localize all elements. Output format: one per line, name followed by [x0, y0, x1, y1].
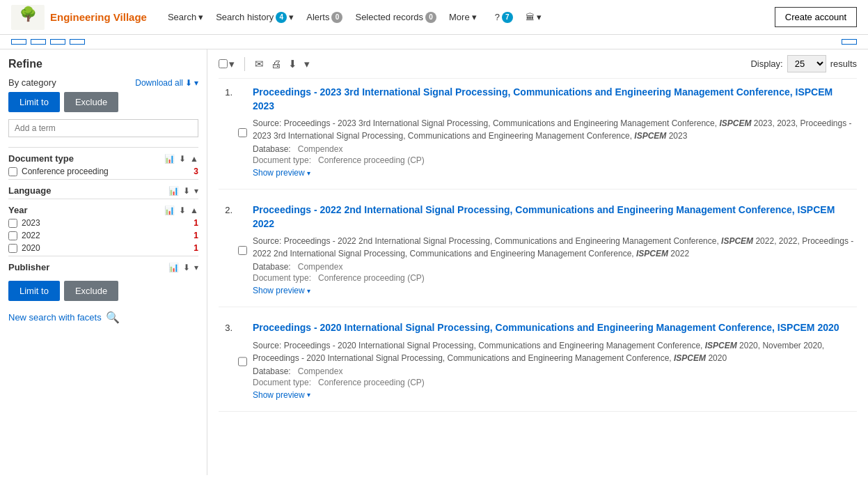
- show-preview-1[interactable]: Show preview ▾: [253, 168, 857, 178]
- display-control: Display: 25 50 100 results: [750, 55, 857, 72]
- facet-checkbox-conference[interactable]: [8, 167, 17, 176]
- facet-document-type-header[interactable]: Document type 📊 ⬇ ▲: [8, 153, 198, 164]
- facet-checkbox-2022[interactable]: [8, 231, 17, 240]
- select-all-area: ▾: [219, 58, 235, 70]
- result-number-1: 1.: [219, 87, 232, 178]
- result-title-3[interactable]: Proceedings - 2020 International Signal …: [253, 321, 857, 335]
- download-icon-doctype[interactable]: ⬇: [179, 154, 186, 164]
- result-content-3: Proceedings - 2020 International Signal …: [253, 321, 857, 400]
- facet-language-header[interactable]: Language 📊 ⬇ ▾: [8, 185, 198, 196]
- exclude-button-top[interactable]: Exclude: [64, 92, 118, 112]
- facet-language-icons: 📊 ⬇ ▾: [168, 186, 198, 196]
- nav-more[interactable]: More ▾: [449, 12, 477, 22]
- result-checkbox-2[interactable]: [238, 206, 247, 295]
- download-icon-pub[interactable]: ⬇: [183, 263, 190, 272]
- bar-chart-icon[interactable]: 📊: [164, 154, 175, 164]
- filter-tag-4[interactable]: [70, 39, 85, 45]
- facet-document-type-label: Document type: [8, 153, 74, 164]
- filter-tag-3[interactable]: [50, 39, 65, 45]
- display-label: Display:: [750, 59, 782, 69]
- result-database-3: Database: Compendex: [253, 366, 857, 376]
- facet-label-conference: Conference proceeding: [22, 167, 189, 176]
- facet-year-header[interactable]: Year 📊 ⬇ ▲: [8, 205, 198, 215]
- filter-tag-2[interactable]: [31, 39, 46, 45]
- collapse-icon-pub[interactable]: ▾: [194, 263, 198, 272]
- filter-tag-right[interactable]: [842, 39, 857, 45]
- header: 🌳 Engineering Village Search ▾ Search hi…: [0, 0, 868, 35]
- chevron-down-icon-preview1: ▾: [307, 169, 310, 177]
- nav-help[interactable]: ? 7: [495, 12, 513, 23]
- download-icon-year[interactable]: ⬇: [179, 206, 186, 215]
- show-preview-2[interactable]: Show preview ▾: [253, 286, 857, 295]
- email-icon[interactable]: ✉: [255, 58, 264, 70]
- chevron-down-icon-select[interactable]: ▾: [229, 58, 235, 70]
- collapse-icon-doctype[interactable]: ▲: [190, 154, 198, 164]
- show-preview-3[interactable]: Show preview ▾: [253, 390, 857, 400]
- facet-publisher-label: Publisher: [8, 262, 49, 272]
- results-label: results: [830, 59, 857, 69]
- result-checkbox-3[interactable]: [238, 323, 247, 400]
- facet-publisher: Publisher 📊 ⬇ ▾: [8, 256, 198, 272]
- facet-label-2023: 2023: [22, 218, 189, 228]
- result-doctype-1: Document type: Conference proceeding (CP…: [253, 155, 857, 165]
- download-all-link[interactable]: Download all ⬇ ▾: [135, 78, 198, 88]
- collapse-icon-year[interactable]: ▲: [190, 206, 198, 215]
- result-source-1: Source: Proceedings - 2023 3rd Internati…: [253, 117, 857, 142]
- chevron-down-icon-download[interactable]: ▾: [304, 58, 310, 70]
- result-content-1: Proceedings - 2023 3rd International Sig…: [253, 86, 857, 178]
- facet-checkbox-2023[interactable]: [8, 219, 17, 228]
- collapse-icon-lang[interactable]: ▾: [194, 186, 198, 196]
- download-icon-lang[interactable]: ⬇: [183, 186, 190, 196]
- results-toolbar: ▾ ✉ 🖨 ⬇ ▾ Display: 25 50 100 results: [219, 55, 857, 79]
- facet-year-icons: 📊 ⬇ ▲: [164, 206, 198, 215]
- nav-search-history[interactable]: Search history 4 ▾: [216, 12, 294, 23]
- by-category-header: By category Download all ⬇ ▾: [8, 77, 198, 88]
- bar-chart-icon-pub[interactable]: 📊: [168, 263, 179, 272]
- display-select[interactable]: 25 50 100: [787, 55, 826, 72]
- download-icon: ⬇: [185, 78, 192, 88]
- limit-to-button-bottom[interactable]: Limit to: [8, 281, 60, 301]
- limit-exclude-row-top: Limit to Exclude: [8, 92, 198, 112]
- nav-institution[interactable]: 🏛 ▾: [526, 12, 542, 22]
- result-database-2: Database: Compendex: [253, 262, 857, 272]
- result-content-2: Proceedings - 2022 2nd International Sig…: [253, 203, 857, 295]
- download-icon-toolbar[interactable]: ⬇: [288, 58, 297, 70]
- chevron-down-icon-more: ▾: [472, 12, 477, 22]
- facet-publisher-header[interactable]: Publisher 📊 ⬇ ▾: [8, 262, 198, 272]
- result-checkbox-1[interactable]: [238, 88, 247, 178]
- search-history-badge: 4: [276, 12, 287, 23]
- result-source-2: Source: Proceedings - 2022 2nd Internati…: [253, 235, 857, 260]
- nav-alerts[interactable]: Alerts 0: [306, 12, 342, 23]
- bar-chart-icon-lang[interactable]: 📊: [168, 186, 179, 196]
- facet-document-type-icons: 📊 ⬇ ▲: [164, 154, 198, 164]
- svg-text:🌳: 🌳: [19, 6, 37, 22]
- limit-to-button-top[interactable]: Limit to: [8, 92, 60, 112]
- result-doctype-3: Document type: Conference proceeding (CP…: [253, 378, 857, 387]
- facet-item-2023: 2023 1: [8, 218, 198, 228]
- chevron-down-icon-category: ▾: [194, 78, 198, 88]
- facet-checkbox-2020[interactable]: [8, 244, 17, 253]
- facet-count-2020: 1: [194, 243, 198, 253]
- select-all-checkbox[interactable]: [219, 59, 228, 68]
- limit-exclude-row-bottom: Limit to Exclude: [8, 281, 198, 301]
- facet-language: Language 📊 ⬇ ▾: [8, 179, 198, 196]
- sidebar-title: Refine: [8, 58, 198, 70]
- facet-publisher-icons: 📊 ⬇ ▾: [168, 263, 198, 272]
- print-icon[interactable]: 🖨: [271, 58, 281, 70]
- chevron-down-icon-preview3: ▾: [307, 391, 310, 399]
- result-title-2[interactable]: Proceedings - 2022 2nd International Sig…: [253, 203, 857, 231]
- bar-chart-icon-year[interactable]: 📊: [164, 206, 175, 215]
- help-badge: 7: [502, 12, 513, 23]
- add-term-input[interactable]: [8, 119, 198, 137]
- nav-selected-records[interactable]: Selected records 0: [355, 12, 436, 23]
- create-account-button[interactable]: Create account: [775, 7, 857, 27]
- new-search-facets-link[interactable]: New search with facets 🔍: [8, 311, 198, 324]
- result-title-1[interactable]: Proceedings - 2023 3rd International Sig…: [253, 86, 857, 113]
- toolbar-separator-1: [244, 57, 245, 71]
- exclude-button-bottom[interactable]: Exclude: [64, 281, 118, 301]
- nav-search[interactable]: Search ▾: [168, 12, 203, 22]
- table-row: 3. Proceedings - 2020 International Sign…: [219, 321, 857, 412]
- filter-tag-1[interactable]: [11, 39, 26, 45]
- search-icon: 🔍: [106, 311, 120, 324]
- result-database-1: Database: Compendex: [253, 144, 857, 154]
